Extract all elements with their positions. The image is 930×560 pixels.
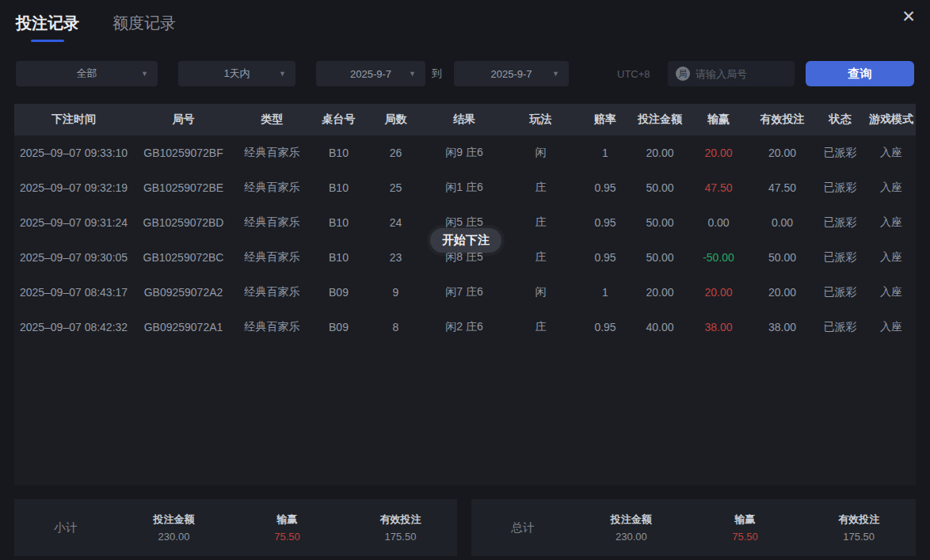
cell-bet-amount: 50.00 xyxy=(633,251,687,264)
cell-game-mode: 入座 xyxy=(866,215,916,230)
table-header-cell: 桌台号 xyxy=(311,112,367,127)
cell-bet-amount: 40.00 xyxy=(633,321,687,333)
cell-valid-bet: 38.00 xyxy=(750,321,814,333)
cell-odds: 0.95 xyxy=(577,216,633,229)
subtotal-label: 小计 xyxy=(14,520,117,535)
table-header-cell: 赔率 xyxy=(577,112,633,127)
cell-bet-amount: 50.00 xyxy=(633,216,687,229)
record-tabs: 投注记录 额度记录 xyxy=(16,13,176,42)
summary-stat-value: 175.50 xyxy=(802,531,916,543)
summary-stat-title: 投注金额 xyxy=(117,512,231,527)
date-range-dropdown-value: 1天内 xyxy=(223,67,250,81)
table-header-cell: 下注时间 xyxy=(14,112,133,127)
date-to-dropdown[interactable]: 2025-9-7 ▼ xyxy=(454,61,569,86)
cell-game-id: GB10259072BE xyxy=(133,181,234,194)
cell-round: 9 xyxy=(367,286,425,299)
cell-play: 闲 xyxy=(504,146,577,160)
cell-play: 庄 xyxy=(504,181,577,195)
cell-game-id: GB10259072BF xyxy=(133,147,234,159)
cell-play: 庄 xyxy=(504,250,577,265)
date-from-dropdown[interactable]: 2025-9-7 ▼ xyxy=(316,61,425,86)
cell-bet-time: 2025–09–07 08:42:32 xyxy=(14,321,133,333)
cell-bet-time: 2025–09–07 09:33:10 xyxy=(14,147,133,159)
cell-game-mode: 入座 xyxy=(866,250,916,265)
cell-odds: 1 xyxy=(577,147,633,159)
summary-stat: 投注金额 230.00 xyxy=(117,512,231,543)
game-id-badge-icon: 局 xyxy=(676,67,690,81)
summary-stat-value: 230.00 xyxy=(574,531,688,543)
cell-odds: 0.95 xyxy=(577,251,633,264)
category-dropdown[interactable]: 全部 ▼ xyxy=(16,61,158,86)
table-header-cell: 结果 xyxy=(425,112,504,127)
cell-bet-amount: 20.00 xyxy=(633,147,687,159)
total-stats: 投注金额 230.00 输赢 75.50 有效投注 175.50 xyxy=(574,512,916,543)
date-to-dropdown-value: 2025-9-7 xyxy=(490,68,532,80)
cell-play: 庄 xyxy=(504,320,577,334)
cell-bet-amount: 50.00 xyxy=(633,181,687,194)
tab-bet-records-label: 投注记录 xyxy=(16,14,79,32)
summary-stat: 输赢 75.50 xyxy=(231,512,344,543)
cell-result: 闲1 庄6 xyxy=(425,181,504,195)
table-header-cell: 投注金额 xyxy=(633,112,687,127)
cell-bet-time: 2025–09–07 09:32:19 xyxy=(14,181,133,194)
cell-game-id: GB09259072A2 xyxy=(133,286,234,299)
table-header-row: 下注时间局号类型桌台号局数结果玩法赔率投注金额输赢有效投注状态游戏模式 xyxy=(14,104,916,135)
total-panel: 总计 投注金额 230.00 输赢 75.50 有效投注 175.50 xyxy=(471,499,916,556)
cell-game-id: GB10259072BC xyxy=(133,251,234,264)
game-id-search-input[interactable] xyxy=(696,68,787,80)
table-row: 2025–09–07 09:33:10 GB10259072BF 经典百家乐 B… xyxy=(14,135,916,170)
cell-play: 闲 xyxy=(504,285,577,299)
table-header-cell: 类型 xyxy=(234,112,311,127)
category-dropdown-value: 全部 xyxy=(77,67,97,81)
cell-valid-bet: 0.00 xyxy=(750,216,814,229)
game-id-search: 局 xyxy=(668,61,795,86)
close-icon[interactable]: ✕ xyxy=(897,5,920,29)
tab-bet-records[interactable]: 投注记录 xyxy=(16,13,79,42)
table-header-cell: 输赢 xyxy=(687,112,750,127)
cell-game-type: 经典百家乐 xyxy=(234,181,311,195)
cell-game-mode: 入座 xyxy=(866,146,916,160)
cell-table-no: B10 xyxy=(311,147,367,159)
summary-stat: 有效投注 175.50 xyxy=(344,512,457,543)
cell-round: 23 xyxy=(367,251,425,264)
cell-result: 闲2 庄6 xyxy=(425,320,504,334)
summary-stat-value: 230.00 xyxy=(117,531,231,543)
cell-status: 已派彩 xyxy=(814,181,866,195)
cell-table-no: B10 xyxy=(311,181,367,194)
cell-table-no: B10 xyxy=(311,251,367,264)
summary-stat-value: 175.50 xyxy=(344,531,457,543)
cell-game-id: GB09259072A1 xyxy=(133,321,234,333)
table-header-cell: 玩法 xyxy=(504,112,577,127)
date-range-dropdown[interactable]: 1天内 ▼ xyxy=(178,61,295,86)
query-button[interactable]: 查询 xyxy=(806,61,914,86)
cell-bet-time: 2025–09–07 08:43:17 xyxy=(14,286,133,299)
table-row: 2025–09–07 08:42:32 GB09259072A1 经典百家乐 B… xyxy=(14,310,916,345)
summary-stat-title: 有效投注 xyxy=(344,512,457,527)
chevron-down-icon: ▼ xyxy=(279,70,286,78)
bet-records-table: 下注时间局号类型桌台号局数结果玩法赔率投注金额输赢有效投注状态游戏模式 2025… xyxy=(14,104,916,486)
table-header-cell: 游戏模式 xyxy=(866,112,916,127)
summary-stat-value: 75.50 xyxy=(688,531,802,543)
summary-stat-title: 输赢 xyxy=(231,512,344,527)
summary-stat-title: 投注金额 xyxy=(574,512,688,527)
cell-valid-bet: 47.50 xyxy=(750,181,814,194)
date-from-dropdown-value: 2025-9-7 xyxy=(350,68,391,80)
summary-stat-title: 有效投注 xyxy=(802,512,916,527)
cell-win-loss: 20.00 xyxy=(687,147,750,159)
cell-odds: 0.95 xyxy=(577,321,633,333)
cell-valid-bet: 50.00 xyxy=(750,251,814,264)
cell-valid-bet: 20.00 xyxy=(750,147,814,159)
cell-status: 已派彩 xyxy=(814,250,866,265)
subtotal-stats: 投注金额 230.00 输赢 75.50 有效投注 175.50 xyxy=(117,512,457,543)
cell-game-mode: 入座 xyxy=(866,181,916,195)
summary-stat: 有效投注 175.50 xyxy=(802,512,916,543)
cell-game-id: GB10259072BD xyxy=(133,216,234,229)
cell-win-loss: 20.00 xyxy=(687,286,750,299)
cell-status: 已派彩 xyxy=(814,320,866,334)
tab-quota-records[interactable]: 额度记录 xyxy=(112,13,176,42)
cell-valid-bet: 20.00 xyxy=(750,286,814,299)
cell-game-type: 经典百家乐 xyxy=(234,285,311,299)
cell-game-type: 经典百家乐 xyxy=(234,250,311,265)
cell-result: 闲7 庄6 xyxy=(425,285,504,299)
table-row: 2025–09–07 08:43:17 GB09259072A2 经典百家乐 B… xyxy=(14,275,916,310)
